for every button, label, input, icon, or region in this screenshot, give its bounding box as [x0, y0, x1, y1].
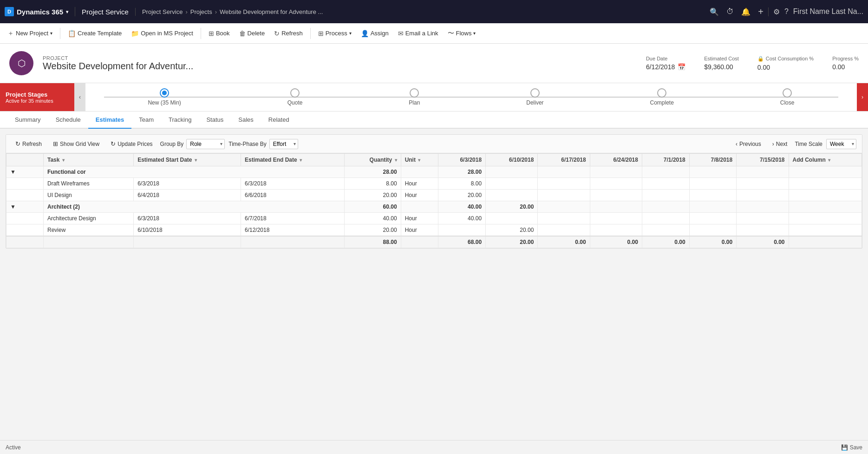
new-project-icon: ＋ [7, 29, 14, 38]
stage-circle-quote [290, 88, 300, 98]
search-icon[interactable]: 🔍 [710, 7, 719, 16]
breadcrumb-item-3[interactable]: Website Development for Adventure ... [220, 8, 323, 15]
time-phase-select[interactable]: Effort Cost Sales [269, 139, 298, 149]
help-icon[interactable]: ? [784, 7, 789, 16]
row-task: Architecture Design [44, 213, 134, 224]
email-link-button[interactable]: ✉ Email a Link [394, 28, 442, 39]
row-start-date: 6/4/2018 [134, 190, 241, 201]
process-dropdown-icon: ▾ [349, 31, 352, 36]
stage-name-new: New (35 Min) [148, 99, 181, 106]
row-jul8 [689, 224, 737, 237]
row-blank [7, 178, 44, 190]
group-toggle-cell[interactable]: ▼ [7, 166, 44, 178]
stage-nav-left-button[interactable]: ‹ [74, 83, 85, 111]
group-toggle-icon[interactable]: ▼ [10, 169, 16, 175]
new-icon[interactable]: + [758, 7, 764, 17]
tab-summary[interactable]: Summary [7, 112, 48, 129]
create-template-button[interactable]: 📋 Create Template [64, 28, 125, 39]
progress-label: Progress % [832, 56, 859, 61]
update-prices-icon: ↻ [111, 140, 116, 147]
stage-item-complete[interactable]: Complete [650, 88, 674, 106]
open-ms-project-button[interactable]: 📁 Open in MS Project [127, 28, 197, 39]
row-jun24 [590, 224, 642, 237]
tab-estimates[interactable]: Estimates [88, 112, 131, 129]
group-by-select[interactable]: Role Task Resource [186, 139, 225, 149]
stage-sub-label: Active for 35 minutes [6, 98, 69, 104]
brand-dynamics365[interactable]: D Dynamics 365 ▾ [5, 7, 75, 16]
estimates-refresh-button[interactable]: ↻ Refresh [12, 138, 46, 149]
col-header-jun17: 6/17/2018 [538, 154, 590, 166]
breadcrumb: Project Service › Projects › Website Dev… [136, 8, 710, 15]
footer-quantity: 88.00 [345, 236, 401, 248]
stage-title: Project Stages [6, 91, 69, 98]
row-jun17 [538, 224, 590, 237]
table-row: Architecture Design 6/3/2018 6/7/2018 40… [7, 213, 862, 224]
row-jun17 [538, 213, 590, 224]
breadcrumb-sep-1: › [185, 8, 187, 15]
tab-schedule[interactable]: Schedule [48, 112, 88, 129]
settings-icon[interactable]: ⚙ [773, 7, 780, 16]
add-col-icon: ▾ [828, 158, 830, 163]
stage-item-plan[interactable]: Plan [409, 88, 420, 106]
flows-button[interactable]: 〜 Flows ▾ [444, 27, 480, 39]
breadcrumb-item-2[interactable]: Projects [190, 8, 212, 15]
footer-jun24: 0.00 [590, 236, 642, 248]
group-quantity: 28.00 [345, 166, 401, 178]
tab-sales[interactable]: Sales [231, 112, 261, 129]
stage-name-quote: Quote [287, 99, 303, 106]
estimated-cost-value: $9,360.00 [704, 63, 739, 71]
update-prices-button[interactable]: ↻ Update Prices [107, 138, 156, 149]
tab-related[interactable]: Related [261, 112, 297, 129]
stage-item-quote[interactable]: Quote [287, 88, 303, 106]
next-label: Next [776, 141, 788, 147]
col-header-unit[interactable]: Unit ▾ [401, 154, 438, 166]
tab-team[interactable]: Team [131, 112, 161, 129]
new-project-button[interactable]: ＋ New Project ▾ [4, 27, 56, 39]
calendar-icon[interactable]: 📅 [678, 63, 685, 71]
stage-item-new[interactable]: New (35 Min) [148, 88, 181, 106]
col-header-jun10: 6/10/2018 [486, 154, 538, 166]
delete-button[interactable]: 🗑 Delete [235, 28, 269, 39]
group-toggle-cell[interactable]: ▼ [7, 201, 44, 213]
process-button[interactable]: ⊞ Process ▾ [314, 28, 355, 39]
footer-jul8: 0.00 [689, 236, 737, 248]
breadcrumb-item-1[interactable]: Project Service [142, 8, 183, 15]
notification-icon[interactable]: 🔔 [741, 7, 751, 16]
group-toggle-icon[interactable]: ▼ [10, 204, 16, 210]
stages-track: New (35 Min) Quote Plan Deliver Complete… [85, 83, 857, 111]
row-jun24 [590, 178, 642, 190]
update-prices-label: Update Prices [117, 141, 152, 147]
nav-icons-group: 🔍 ⏱ 🔔 + [710, 7, 768, 17]
footer-blank1 [7, 236, 44, 248]
recent-icon[interactable]: ⏱ [726, 7, 734, 16]
row-unit: Hour [401, 190, 438, 201]
stage-item-close[interactable]: Close [780, 88, 795, 106]
settings-area: ⚙ ? First Name Last Na... [768, 7, 863, 16]
previous-button[interactable]: ‹ Previous [732, 139, 765, 149]
book-button[interactable]: ⊞ Book [205, 28, 234, 39]
assign-button[interactable]: 👤 Assign [357, 28, 392, 39]
row-quantity: 20.00 [345, 224, 401, 237]
row-jul8 [689, 178, 737, 190]
refresh-button[interactable]: ↻ Refresh [270, 28, 307, 39]
col-header-end[interactable]: Estimated End Date ▾ [241, 154, 345, 166]
next-button[interactable]: › Next [769, 139, 791, 149]
unit-sort-icon: ▾ [418, 158, 420, 163]
show-grid-view-button[interactable]: ⊞ Show Grid View [49, 138, 103, 149]
row-jun10 [486, 178, 538, 190]
tab-status[interactable]: Status [199, 112, 231, 129]
tab-tracking[interactable]: Tracking [161, 112, 199, 129]
stage-item-deliver[interactable]: Deliver [526, 88, 543, 106]
col-header-quantity[interactable]: Quantity ▾ [345, 154, 401, 166]
grid-footer-row: 88.00 68.00 20.00 0.00 0.00 0.00 0.00 0.… [7, 236, 862, 248]
col-header-task[interactable]: Task ▾ [44, 154, 134, 166]
group-jun3: 40.00 [438, 201, 486, 213]
estimated-cost-label: Estimated Cost [704, 56, 739, 61]
time-scale-select[interactable]: Week Day Month [826, 139, 856, 149]
user-name-label[interactable]: First Name Last Na... [793, 7, 863, 16]
group-jun24 [590, 201, 642, 213]
col-header-start[interactable]: Estimated Start Date ▾ [134, 154, 241, 166]
stage-nav-right-button[interactable]: › [857, 83, 868, 111]
group-add-blank [789, 166, 862, 178]
col-header-add[interactable]: Add Column ▾ [789, 154, 862, 166]
